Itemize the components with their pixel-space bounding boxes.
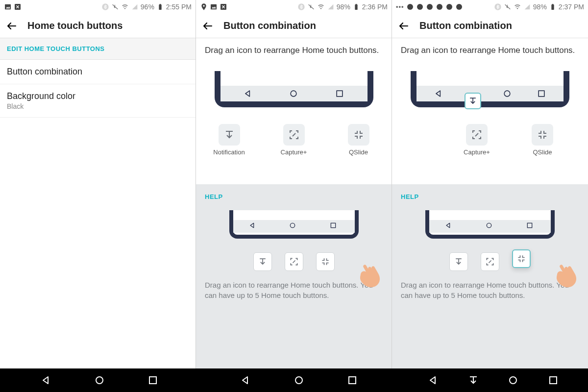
nav-back-icon[interactable] xyxy=(434,89,443,98)
battery-text: 98% xyxy=(533,3,547,11)
icon-pool: Notification Capture+ QSlide xyxy=(196,124,392,156)
wifi-icon xyxy=(514,3,521,11)
app-icon xyxy=(416,3,424,11)
bluetooth-icon xyxy=(101,3,109,11)
help-capture-icon xyxy=(285,252,303,271)
help-qslide-icon xyxy=(512,249,531,268)
close-notif-icon xyxy=(220,3,227,11)
sys-recent-button[interactable] xyxy=(546,373,560,387)
app-bar: Button combination xyxy=(196,14,392,38)
screen-home-touch-buttons: 96% 2:55 PM Home touch buttons EDIT HOME… xyxy=(0,0,196,368)
qslide-icon[interactable] xyxy=(348,124,369,146)
help-title: HELP xyxy=(401,193,579,200)
section-header: EDIT HOME TOUCH BUTTONS xyxy=(0,38,196,60)
mute-icon xyxy=(504,3,512,11)
sys-back-button[interactable] xyxy=(239,373,252,387)
nav-recent-icon[interactable] xyxy=(537,89,546,98)
back-button[interactable] xyxy=(6,20,18,32)
back-button[interactable] xyxy=(398,20,410,32)
pool-notification[interactable]: Notification xyxy=(214,124,245,156)
battery-icon xyxy=(549,3,557,11)
battery-icon xyxy=(352,3,360,11)
pool-label: Capture+ xyxy=(464,148,490,156)
nav-home-icon xyxy=(289,221,298,231)
pool-capture[interactable]: Capture+ xyxy=(461,124,492,156)
app-bar: Home touch buttons xyxy=(0,14,196,38)
back-button[interactable] xyxy=(202,20,214,32)
clock-text: 2:37 PM xyxy=(559,3,584,11)
page-title: Home touch buttons xyxy=(27,20,122,31)
signal-icon xyxy=(327,3,335,11)
sys-home-button[interactable] xyxy=(506,373,520,387)
mute-icon xyxy=(307,3,315,11)
pool-label: Capture+ xyxy=(281,148,307,156)
nav-recent-icon xyxy=(526,221,536,231)
help-title: HELP xyxy=(205,193,383,200)
page-title: Button combination xyxy=(223,20,316,31)
setting-title: Background color xyxy=(7,91,189,101)
status-bar: 96% 2:55 PM xyxy=(0,0,196,14)
icon-pool: Capture+ QSlide xyxy=(392,124,588,156)
clock-text: 2:36 PM xyxy=(362,3,388,11)
intro-text: Drag an icon to rearrange Home touch but… xyxy=(196,38,392,60)
notification-icon[interactable] xyxy=(219,124,240,146)
sys-back-button[interactable] xyxy=(426,373,440,387)
app-icon xyxy=(455,3,463,11)
capture-icon[interactable] xyxy=(466,124,488,146)
help-qslide-icon xyxy=(316,252,335,271)
image-notif-icon xyxy=(210,3,218,11)
nav-home-icon[interactable] xyxy=(502,89,512,98)
sys-home-button[interactable] xyxy=(93,373,106,387)
sys-notification-button[interactable] xyxy=(466,373,480,387)
nav-back-icon xyxy=(248,221,258,231)
nav-home-icon xyxy=(485,221,495,231)
wifi-icon xyxy=(121,3,129,11)
setting-button-combination[interactable]: Button combination xyxy=(0,60,196,84)
nav-home-icon[interactable] xyxy=(289,89,298,98)
sys-recent-button[interactable] xyxy=(146,373,160,387)
sys-home-button[interactable] xyxy=(292,373,306,387)
wifi-icon xyxy=(317,3,325,11)
nav-preview xyxy=(206,62,382,122)
signal-icon xyxy=(131,3,139,11)
mute-icon xyxy=(111,3,119,11)
nav-recent-icon[interactable] xyxy=(335,89,344,98)
capture-icon[interactable] xyxy=(283,124,305,146)
help-notification-icon xyxy=(253,252,272,271)
nav-preview xyxy=(402,62,578,122)
app-bar: Button combination xyxy=(392,14,588,38)
nav-back-icon[interactable] xyxy=(243,89,253,98)
sys-recent-button[interactable] xyxy=(345,373,359,387)
page-title: Button combination xyxy=(419,20,512,31)
sys-back-button[interactable] xyxy=(39,373,53,387)
pool-label: QSlide xyxy=(533,148,552,156)
battery-text: 98% xyxy=(337,3,350,11)
help-notification-icon xyxy=(449,252,468,271)
overflow-icon: ••• xyxy=(396,3,404,11)
setting-background-color[interactable]: Background color Black xyxy=(0,84,196,118)
setting-title: Button combination xyxy=(7,67,189,77)
battery-icon xyxy=(156,3,164,11)
pool-label: QSlide xyxy=(349,148,368,156)
clock-text: 2:55 PM xyxy=(166,3,192,11)
bluetooth-icon xyxy=(297,3,305,11)
status-bar: ••• 98% 2:37 PM xyxy=(392,0,588,14)
screen-button-combination: 98% 2:36 PM Button combination Drag an i… xyxy=(196,0,392,368)
image-notif-icon xyxy=(4,3,12,11)
pool-qslide[interactable]: QSlide xyxy=(343,124,374,156)
pool-capture[interactable]: Capture+ xyxy=(278,124,310,156)
screen-button-combination-dropped: ••• 98% 2:37 PM Button combination xyxy=(392,0,588,368)
help-text: Drag an icon to rearrange Home touch but… xyxy=(401,280,579,300)
signal-icon xyxy=(523,3,531,11)
nav-notification-icon[interactable] xyxy=(465,93,481,109)
status-bar: 98% 2:36 PM xyxy=(196,0,392,14)
pool-qslide[interactable]: QSlide xyxy=(527,124,558,156)
qslide-icon[interactable] xyxy=(532,124,553,146)
pool-label: Notification xyxy=(213,148,245,156)
location-icon xyxy=(200,3,208,11)
battery-text: 96% xyxy=(141,3,154,11)
help-text: Drag an icon to rearrange Home touch but… xyxy=(205,280,383,300)
app-icon xyxy=(426,3,434,11)
app-icon xyxy=(436,3,443,11)
app-icon xyxy=(445,3,453,11)
